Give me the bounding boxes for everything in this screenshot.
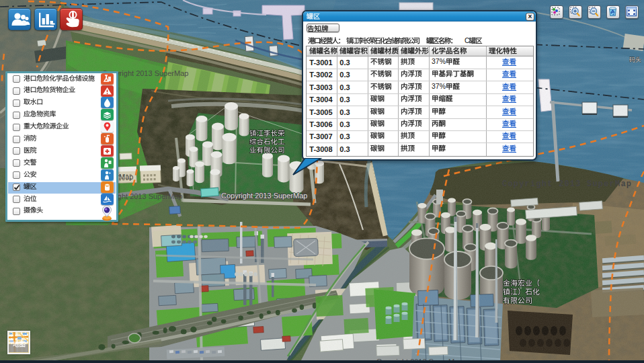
svg-text:C: C [465,36,470,44]
svg-text:37%: 37% [432,82,446,90]
svg-text:37%: 37% [432,57,446,65]
